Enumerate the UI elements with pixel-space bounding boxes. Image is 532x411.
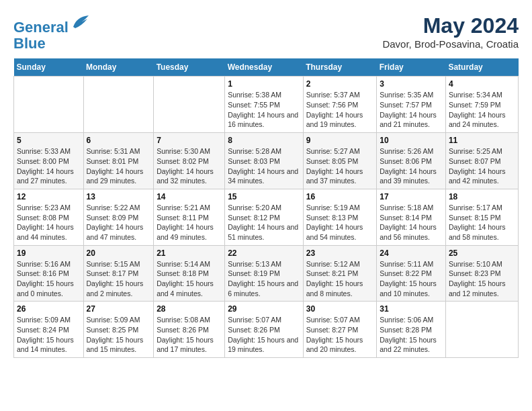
calendar-cell [14,77,84,133]
weekday-thursday: Thursday [303,58,377,77]
calendar-cell: 17Sunrise: 5:18 AM Sunset: 8:14 PM Dayli… [377,189,446,245]
day-info: Sunrise: 5:07 AM Sunset: 8:26 PM Dayligh… [228,315,300,355]
calendar-cell: 3Sunrise: 5:35 AM Sunset: 7:57 PM Daylig… [377,77,446,133]
weekday-wednesday: Wednesday [225,58,304,77]
day-number: 24 [380,248,443,258]
day-number: 7 [157,136,222,145]
weekday-monday: Monday [83,58,154,77]
calendar-cell: 7Sunrise: 5:30 AM Sunset: 8:02 PM Daylig… [154,133,225,189]
day-info: Sunrise: 5:22 AM Sunset: 8:09 PM Dayligh… [87,203,151,242]
calendar-week-3: 12Sunrise: 5:23 AM Sunset: 8:08 PM Dayli… [14,189,519,245]
day-info: Sunrise: 5:08 AM Sunset: 8:26 PM Dayligh… [157,315,222,355]
day-number: 16 [306,192,374,201]
calendar-body: 1Sunrise: 5:38 AM Sunset: 7:55 PM Daylig… [14,77,519,358]
weekday-header-row: SundayMondayTuesdayWednesdayThursdayFrid… [14,58,519,77]
day-info: Sunrise: 5:30 AM Sunset: 8:02 PM Dayligh… [157,146,222,186]
day-number: 2 [306,79,374,89]
calendar-cell: 13Sunrise: 5:22 AM Sunset: 8:09 PM Dayli… [83,189,154,245]
day-number: 21 [157,248,222,258]
weekday-saturday: Saturday [445,58,518,77]
calendar-cell: 27Sunrise: 5:09 AM Sunset: 8:25 PM Dayli… [83,302,154,358]
day-number: 11 [449,136,515,145]
day-number: 1 [228,79,300,89]
calendar-cell: 29Sunrise: 5:07 AM Sunset: 8:26 PM Dayli… [225,302,304,358]
weekday-friday: Friday [377,58,446,77]
calendar-cell: 19Sunrise: 5:16 AM Sunset: 8:16 PM Dayli… [14,245,84,302]
calendar-cell: 10Sunrise: 5:26 AM Sunset: 8:06 PM Dayli… [377,133,446,189]
day-number: 29 [228,304,300,314]
calendar-cell: 26Sunrise: 5:09 AM Sunset: 8:24 PM Dayli… [14,302,84,358]
day-number: 13 [87,192,151,201]
day-number: 3 [380,79,443,89]
calendar-week-2: 5Sunrise: 5:33 AM Sunset: 8:00 PM Daylig… [14,133,519,189]
day-number: 17 [380,192,443,201]
calendar-cell: 8Sunrise: 5:28 AM Sunset: 8:03 PM Daylig… [225,133,304,189]
day-info: Sunrise: 5:34 AM Sunset: 7:59 PM Dayligh… [449,90,515,130]
calendar-week-4: 19Sunrise: 5:16 AM Sunset: 8:16 PM Dayli… [14,245,519,302]
calendar-cell: 4Sunrise: 5:34 AM Sunset: 7:59 PM Daylig… [445,77,518,133]
day-number: 18 [449,192,515,201]
calendar-cell: 6Sunrise: 5:31 AM Sunset: 8:01 PM Daylig… [83,133,154,189]
subtitle: Davor, Brod-Posavina, Croatia [382,38,519,50]
day-info: Sunrise: 5:10 AM Sunset: 8:23 PM Dayligh… [449,259,515,299]
day-number: 4 [449,79,515,89]
calendar-cell: 30Sunrise: 5:07 AM Sunset: 8:27 PM Dayli… [303,302,377,358]
day-info: Sunrise: 5:06 AM Sunset: 8:28 PM Dayligh… [380,315,443,355]
day-info: Sunrise: 5:19 AM Sunset: 8:13 PM Dayligh… [306,203,374,242]
day-number: 25 [449,248,515,258]
day-info: Sunrise: 5:26 AM Sunset: 8:06 PM Dayligh… [380,146,443,186]
logo: General Blue [13,13,90,52]
calendar-cell: 18Sunrise: 5:17 AM Sunset: 8:15 PM Dayli… [445,189,518,245]
day-number: 19 [17,248,81,258]
calendar-cell [445,302,518,358]
day-number: 12 [17,192,81,201]
day-number: 27 [87,304,151,314]
calendar-cell: 20Sunrise: 5:15 AM Sunset: 8:17 PM Dayli… [83,245,154,302]
day-info: Sunrise: 5:14 AM Sunset: 8:18 PM Dayligh… [157,259,222,299]
calendar-cell: 22Sunrise: 5:13 AM Sunset: 8:19 PM Dayli… [225,245,304,302]
day-info: Sunrise: 5:07 AM Sunset: 8:27 PM Dayligh… [306,315,374,355]
day-info: Sunrise: 5:09 AM Sunset: 8:25 PM Dayligh… [87,315,151,355]
title-block: May 2024 Davor, Brod-Posavina, Croatia [382,13,519,50]
day-info: Sunrise: 5:16 AM Sunset: 8:16 PM Dayligh… [17,259,81,299]
main-title: May 2024 [382,13,519,38]
day-number: 6 [87,136,151,145]
calendar-cell: 2Sunrise: 5:37 AM Sunset: 7:56 PM Daylig… [303,77,377,133]
calendar-cell: 15Sunrise: 5:20 AM Sunset: 8:12 PM Dayli… [225,189,304,245]
calendar-table: SundayMondayTuesdayWednesdayThursdayFrid… [13,58,519,358]
day-number: 28 [157,304,222,314]
day-info: Sunrise: 5:20 AM Sunset: 8:12 PM Dayligh… [228,203,300,242]
day-number: 15 [228,192,300,201]
calendar-cell: 25Sunrise: 5:10 AM Sunset: 8:23 PM Dayli… [445,245,518,302]
calendar-week-5: 26Sunrise: 5:09 AM Sunset: 8:24 PM Dayli… [14,302,519,358]
day-info: Sunrise: 5:25 AM Sunset: 8:07 PM Dayligh… [449,146,515,186]
day-info: Sunrise: 5:23 AM Sunset: 8:08 PM Dayligh… [17,203,81,242]
calendar-cell: 9Sunrise: 5:27 AM Sunset: 8:05 PM Daylig… [303,133,377,189]
day-info: Sunrise: 5:15 AM Sunset: 8:17 PM Dayligh… [87,259,151,299]
calendar-cell: 21Sunrise: 5:14 AM Sunset: 8:18 PM Dayli… [154,245,225,302]
day-number: 26 [17,304,81,314]
calendar-cell: 31Sunrise: 5:06 AM Sunset: 8:28 PM Dayli… [377,302,446,358]
calendar-cell: 23Sunrise: 5:12 AM Sunset: 8:21 PM Dayli… [303,245,377,302]
day-info: Sunrise: 5:37 AM Sunset: 7:56 PM Dayligh… [306,90,374,130]
logo-text: General Blue [13,13,90,52]
day-number: 8 [228,136,300,145]
day-info: Sunrise: 5:33 AM Sunset: 8:00 PM Dayligh… [17,146,81,186]
day-info: Sunrise: 5:18 AM Sunset: 8:14 PM Dayligh… [380,203,443,242]
day-number: 14 [157,192,222,201]
weekday-sunday: Sunday [14,58,84,77]
day-number: 31 [380,304,443,314]
day-info: Sunrise: 5:12 AM Sunset: 8:21 PM Dayligh… [306,259,374,299]
day-info: Sunrise: 5:35 AM Sunset: 7:57 PM Dayligh… [380,90,443,130]
day-number: 9 [306,136,374,145]
logo-bird-icon [70,13,90,32]
day-number: 23 [306,248,374,258]
weekday-tuesday: Tuesday [154,58,225,77]
day-info: Sunrise: 5:38 AM Sunset: 7:55 PM Dayligh… [228,90,300,130]
calendar-cell [154,77,225,133]
day-info: Sunrise: 5:27 AM Sunset: 8:05 PM Dayligh… [306,146,374,186]
day-number: 30 [306,304,374,314]
calendar-cell [83,77,154,133]
day-info: Sunrise: 5:31 AM Sunset: 8:01 PM Dayligh… [87,146,151,186]
day-info: Sunrise: 5:11 AM Sunset: 8:22 PM Dayligh… [380,259,443,299]
